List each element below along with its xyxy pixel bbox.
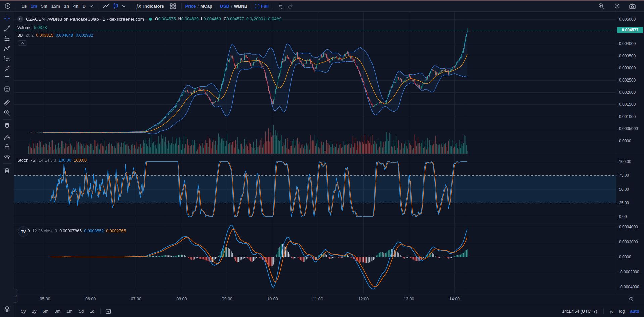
interval-15m[interactable]: 15m [49, 2, 62, 10]
pane-separator[interactable] [14, 224, 644, 224]
style-menu-chevron-icon[interactable] [121, 2, 127, 10]
toolbar-separator [603, 308, 604, 314]
forecast-tool[interactable] [2, 54, 12, 63]
range-5d[interactable]: 5d [77, 308, 86, 314]
close-value: 0.004577 [227, 17, 244, 21]
bottom-toolbar: 5y1y6m3m1m5d1d 14:17:54 (UTC+7) % log au… [14, 305, 644, 317]
screenshot-camera-icon[interactable] [628, 2, 637, 10]
main-price-pane[interactable] [14, 12, 616, 155]
drawing-mode-lock-tool[interactable] [2, 132, 12, 141]
interval-5m[interactable]: 5m [39, 2, 49, 10]
price-tick: 0.005000 [619, 17, 636, 22]
stoch-d-value: 100.00 [74, 158, 87, 163]
auto-scale-button[interactable]: auto [630, 309, 639, 314]
redo-button[interactable] [286, 2, 295, 10]
range-1d[interactable]: 1d [87, 308, 97, 314]
redo-icon [287, 4, 293, 9]
measure-ruler-tool[interactable] [2, 98, 12, 107]
text-tool[interactable] [2, 74, 12, 84]
time-label: 12:00 [358, 297, 369, 301]
volume-legend-row[interactable]: Volume 5.037K [17, 25, 47, 30]
price-tick: 0.003000 [619, 66, 636, 70]
open-value: 0.004575 [158, 17, 176, 21]
slash: / [231, 4, 232, 9]
range-3m[interactable]: 3m [52, 308, 63, 314]
log-scale-button[interactable]: log [619, 309, 625, 314]
sidebar-collapse-handle[interactable]: ‹ [14, 289, 18, 303]
brush-tool[interactable] [2, 64, 12, 73]
stoch-params: 14 14 3 3 [39, 158, 56, 163]
symbol-title[interactable]: CZAGENT/WBNB on PancakeSwap · 1 · dexscr… [26, 17, 144, 22]
interval-4h[interactable]: 4h [71, 2, 80, 10]
wbnb-option[interactable]: WBNB [234, 4, 247, 9]
add-symbol-button[interactable] [3, 2, 12, 10]
macd-tick: 0.0002000 [619, 240, 638, 244]
usd-wbnb-toggle[interactable]: USD / WBNB [220, 4, 248, 9]
layout-grid-icon[interactable] [169, 2, 178, 10]
horizontal-lines-tool[interactable] [2, 34, 12, 43]
indicators-button[interactable]: ƒx Indicators [135, 2, 165, 10]
macd-pane[interactable] [14, 224, 616, 294]
line-chart-style-icon[interactable] [102, 2, 111, 10]
zoom-in-tool[interactable] [2, 108, 12, 117]
trend-line-tool[interactable] [2, 24, 12, 33]
range-1y[interactable]: 1y [30, 308, 39, 314]
pane-separator [14, 294, 644, 294]
chart-area[interactable]: C CZAGENT/WBNB on PancakeSwap · 1 · dexs… [14, 12, 644, 317]
go-to-date-calendar-icon[interactable] [104, 307, 113, 315]
magnet-tool[interactable] [2, 122, 12, 131]
stoch-tick: 25.00 [619, 201, 629, 205]
stoch-rsi-pane[interactable] [14, 155, 616, 224]
lock-all-drawings-tool[interactable] [2, 142, 12, 151]
stoch-tick: 0.00 [619, 214, 627, 219]
low-value: 0.004460 [204, 17, 221, 21]
macd-legend-row[interactable]: MACD 12 26 close 9 0.00007866 0.0003552 … [17, 229, 126, 233]
price-option[interactable]: Price [185, 4, 196, 9]
range-6m[interactable]: 6m [40, 308, 51, 314]
interval-1m[interactable]: 1m [29, 2, 39, 10]
range-1m[interactable]: 1m [64, 308, 75, 314]
quick-search-icon[interactable] [597, 2, 606, 10]
range-5y[interactable]: 5y [19, 308, 28, 314]
interval-1h[interactable]: 1h [62, 2, 71, 10]
volume-value: 5.037K [34, 25, 47, 30]
usd-option[interactable]: USD [220, 4, 229, 9]
percent-scale-button[interactable]: % [610, 309, 614, 314]
price-scale[interactable]: 0.0050000.0040000.0035000.0030000.002500… [616, 12, 644, 294]
macd-tick: 0.0004000 [619, 225, 638, 229]
drawing-toolbar [0, 12, 14, 317]
undo-button[interactable] [277, 2, 285, 10]
source-status-dot [149, 18, 152, 21]
legend-collapse-button[interactable] [18, 40, 27, 46]
time-axis-settings-gear-icon[interactable] [628, 296, 634, 302]
time-label: 11:00 [313, 297, 323, 301]
remove-drawings-trash-tool[interactable] [2, 166, 12, 175]
bb-lower-value: 0.002982 [76, 33, 93, 38]
time-label: 08:00 [176, 297, 187, 301]
sidebar-separator [3, 119, 11, 120]
object-tree-layers-icon[interactable] [2, 304, 12, 314]
settings-gear-icon[interactable] [612, 2, 621, 10]
hide-all-drawings-tool[interactable] [2, 152, 12, 161]
top-toolbar: 1s1m5m15m1h4hD ƒx Indicators Price / MCa… [0, 1, 644, 12]
stoch-legend-row[interactable]: Stoch RSI 14 14 3 3 100.00 100.00 [17, 158, 87, 163]
emoji-tool[interactable] [2, 84, 12, 94]
fullscreen-button[interactable]: Full [255, 4, 269, 9]
price-tick: 0.001000 [619, 114, 636, 119]
interval-menu-chevron-icon[interactable] [88, 2, 94, 10]
crosshair-tool[interactable] [2, 14, 12, 23]
mcap-option[interactable]: MCap [200, 4, 212, 9]
xabcd-pattern-tool[interactable] [2, 44, 12, 53]
price-mcap-toggle[interactable]: Price / MCap [185, 4, 212, 9]
price-tick: 0.0000 [619, 139, 631, 143]
interval-D[interactable]: D [80, 2, 87, 10]
time-axis[interactable]: 05:0006:0007:0008:0009:0010:0011:0012:00… [14, 294, 644, 305]
bb-legend-row[interactable]: BB 20 2 0.003815 0.004648 0.002982 [17, 33, 93, 38]
interval-1s[interactable]: 1s [20, 2, 29, 10]
clock-timezone-button[interactable]: 14:17:54 (UTC+7) [562, 309, 597, 314]
stoch-tick: 75.00 [619, 173, 629, 178]
candlestick-style-icon[interactable] [111, 2, 120, 10]
macd-tick: 0.0000 [619, 255, 631, 259]
pane-separator[interactable] [14, 155, 644, 155]
tradingview-logo[interactable]: TV [18, 226, 29, 237]
